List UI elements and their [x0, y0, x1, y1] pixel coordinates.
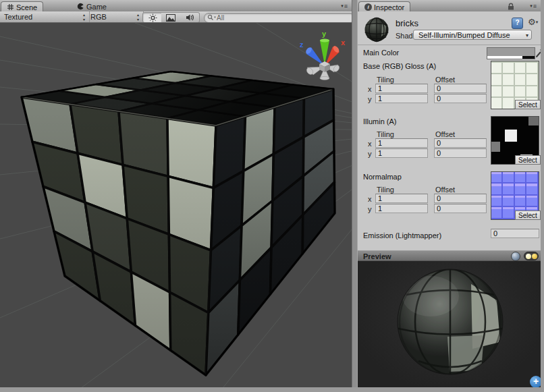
y-row-label: y: [368, 205, 372, 213]
draw-mode-value: Textured: [4, 13, 32, 21]
offset-header: Offset: [435, 186, 455, 194]
emission-input[interactable]: [491, 229, 539, 238]
normalmap-tiling-y-input[interactable]: [375, 204, 428, 213]
tiling-header: Tiling: [377, 186, 394, 194]
x-row-label: x: [368, 140, 372, 148]
base-tiling-y-input[interactable]: [375, 94, 428, 103]
illumin-tiling-x-input[interactable]: [375, 138, 428, 148]
sun-icon: [148, 13, 157, 22]
x-row-label: x: [368, 195, 372, 203]
color-mode-value: RGB: [90, 13, 107, 21]
offset-header: Offset: [435, 130, 455, 138]
tab-game[interactable]: Game: [73, 1, 111, 11]
main-color-swatch[interactable]: [487, 47, 535, 59]
speaker-icon: [186, 13, 194, 22]
normalmap-tiling-x-input[interactable]: [375, 194, 428, 203]
base-section-label: Base (RGB) Gloss (A): [363, 62, 436, 70]
color-mode-dropdown[interactable]: RGB ▴▾: [86, 11, 144, 22]
inspector-panel-menu-icon[interactable]: ▾≡: [530, 3, 537, 9]
header-separator: [358, 45, 541, 45]
gear-menu-button[interactable]: ⚙▾: [528, 18, 538, 27]
audio-toggle-button[interactable]: [180, 12, 200, 23]
tab-inspector[interactable]: i Inspector: [358, 1, 410, 12]
alpha-bar: [487, 56, 535, 59]
illumin-select-button[interactable]: Select: [515, 155, 541, 165]
y-row-label: y: [368, 150, 372, 158]
panel-splitter[interactable]: [352, 0, 358, 392]
material-name: bricks: [396, 18, 418, 28]
inspector-tabbar: i Inspector ▾≡: [358, 0, 541, 12]
gizmo-x-label: x: [341, 38, 346, 47]
scene-tabbar: Scene Game ▾≡: [0, 0, 352, 12]
material-preview-icon: [363, 16, 390, 43]
game-icon: [77, 3, 84, 10]
scene-grid-icon: [7, 3, 14, 11]
illumin-section-label: Illumin (A): [363, 117, 397, 125]
material-preview-area[interactable]: +: [358, 261, 541, 387]
offset-header: Offset: [435, 76, 455, 84]
inspector-panel: bricks Shader Self-Illumin/Bumped Diffus…: [358, 11, 541, 250]
illumin-offset-x-input[interactable]: [434, 138, 487, 148]
illumin-offset-y-input[interactable]: [434, 148, 487, 158]
base-select-button[interactable]: Select: [515, 100, 541, 109]
scene-toolbar: Textured ▴▾ RGB ▴▾: [0, 11, 352, 23]
tab-game-label: Game: [86, 3, 107, 11]
base-offset-x-input[interactable]: [434, 84, 487, 93]
shader-value: Self-Illumin/Bumped Diffuse: [418, 31, 510, 39]
tiling-header: Tiling: [377, 76, 394, 84]
lock-icon[interactable]: [507, 3, 515, 10]
light-dot-icon: [532, 254, 537, 259]
gizmo-z-label: z: [300, 40, 304, 49]
light-dot-icon: [526, 254, 531, 259]
normalmap-offset-x-input[interactable]: [434, 194, 487, 203]
search-icon: [207, 14, 217, 21]
help-button[interactable]: ?: [512, 18, 523, 29]
emission-label: Emission (Lightmapper): [363, 231, 441, 240]
preview-lighting-toggle[interactable]: [524, 252, 539, 260]
preview-header[interactable]: Preview: [358, 250, 541, 261]
effects-toggle-button[interactable]: [161, 12, 181, 23]
image-icon: [166, 14, 175, 22]
window-edge-bottom: [0, 387, 544, 392]
scene-panel-menu-icon[interactable]: ▾≡: [341, 3, 348, 9]
unity-editor-window: Scene Game ▾≡ Textured ▴▾ RGB ▴▾: [0, 0, 544, 392]
base-offset-y-input[interactable]: [434, 94, 487, 103]
draw-mode-dropdown[interactable]: Textured ▴▾: [0, 11, 90, 22]
preview-mesh-button[interactable]: [511, 252, 520, 261]
shader-dropdown[interactable]: Self-Illumin/Bumped Diffuse ▾: [413, 30, 532, 40]
window-edge-right: [541, 0, 544, 392]
panel-menu-lines: ≡: [344, 3, 348, 9]
gizmo-y-label: y: [322, 30, 327, 38]
shader-dropdown-arrow: ▾: [526, 31, 528, 40]
info-icon: i: [364, 3, 372, 11]
illumin-tiling-y-input[interactable]: [375, 148, 428, 158]
search-input[interactable]: [204, 13, 355, 23]
y-row-label: y: [368, 95, 372, 103]
preview-label: Preview: [363, 252, 391, 260]
normalmap-offset-y-input[interactable]: [434, 204, 487, 213]
panel-menu-arrow: ▾: [341, 3, 344, 9]
tab-inspector-label: Inspector: [374, 3, 404, 11]
lighting-toggle-button[interactable]: [142, 12, 163, 23]
scene-viewport[interactable]: y x z: [0, 22, 352, 388]
main-color-label: Main Color: [363, 49, 399, 57]
gear-icon: ⚙: [528, 17, 536, 27]
tab-scene-label: Scene: [16, 3, 37, 11]
normalmap-select-button[interactable]: Select: [515, 211, 541, 220]
preview-sphere: [358, 261, 541, 387]
tab-scene[interactable]: Scene: [1, 1, 43, 12]
x-row-label: x: [368, 85, 372, 93]
normalmap-section-label: Normalmap: [363, 173, 402, 181]
tiling-header: Tiling: [377, 130, 394, 138]
base-tiling-x-input[interactable]: [375, 84, 428, 93]
